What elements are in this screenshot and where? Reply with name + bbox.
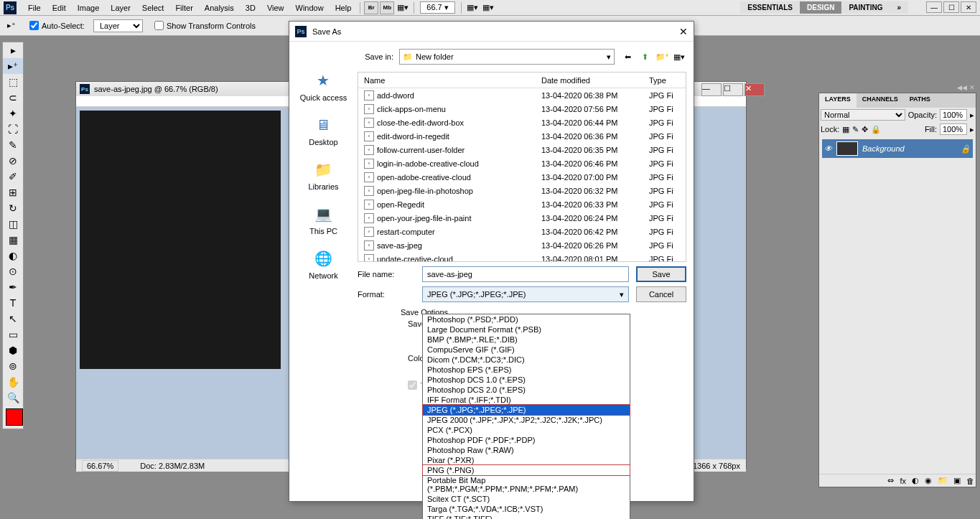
tab-paths[interactable]: PATHS	[904, 93, 936, 108]
dodge-tool[interactable]: ⊙	[3, 263, 23, 279]
opacity-value[interactable]: 100%	[940, 109, 967, 121]
nav-libraries[interactable]: 📁Libraries	[308, 159, 338, 191]
format-option[interactable]: Pixar (*.PXR)	[423, 455, 630, 465]
format-option[interactable]: Scitex CT (*.SCT)	[423, 494, 630, 504]
format-option[interactable]: Photoshop Raw (*.RAW)	[423, 445, 630, 455]
zoom-level[interactable]: 66.7 ▾	[420, 1, 454, 14]
shape-tool[interactable]: ▭	[3, 327, 23, 342]
nav-desktop[interactable]: 🖥Desktop	[309, 115, 337, 146]
workspace-more[interactable]: »	[890, 1, 908, 14]
menu-analysis[interactable]: Analysis	[199, 1, 240, 14]
format-option[interactable]: JPEG 2000 (*.JPF;*.JPX;*.JP2;*.J2C;*.J2K…	[423, 415, 630, 425]
visibility-icon[interactable]: 👁	[824, 144, 832, 153]
maximize-button[interactable]: ☐	[943, 1, 959, 13]
col-date[interactable]: Date modified	[541, 76, 649, 85]
tab-channels[interactable]: CHANNELS	[857, 93, 904, 108]
quick-select-tool[interactable]: ✦	[3, 106, 23, 121]
layer-background[interactable]: 👁 Background 🔒	[822, 139, 973, 158]
eyedropper-tool[interactable]: ✎	[3, 137, 23, 153]
doc-zoom[interactable]: 66.67%	[82, 460, 118, 472]
menu-select[interactable]: Select	[136, 1, 170, 14]
format-option[interactable]: Photoshop EPS (*.EPS)	[423, 365, 630, 375]
doc-minimize[interactable]: —	[701, 83, 722, 96]
marquee-tool[interactable]: ⬚	[3, 74, 23, 90]
lock-all-icon[interactable]: 🔒	[871, 125, 881, 134]
nav-quick-access[interactable]: ★Quick access	[300, 70, 347, 102]
expand-tool-icon[interactable]: ▸	[3, 42, 23, 58]
menu-3d[interactable]: 3D	[240, 1, 261, 14]
file-row[interactable]: ▫save-as-jpeg13-04-2020 06:26 PMJPG Fi	[358, 238, 686, 252]
filename-input[interactable]	[422, 266, 629, 282]
auto-select-dropdown[interactable]: Layer	[93, 19, 143, 32]
blur-tool[interactable]: ◐	[3, 248, 23, 263]
col-name[interactable]: Name	[358, 76, 541, 85]
file-row[interactable]: ▫open-your-jpeg-file-in-paint13-04-2020 …	[358, 211, 686, 225]
hand-tool[interactable]: ✋	[3, 374, 23, 390]
file-row[interactable]: ▫click-apps-on-menu13-04-2020 07:56 PMJP…	[358, 102, 686, 116]
menu-image[interactable]: Image	[72, 1, 106, 14]
crop-tool[interactable]: ⛶	[3, 121, 23, 137]
format-dropdown[interactable]: JPEG (*.JPG;*.JPEG;*.JPE)▾	[422, 286, 629, 302]
cancel-button[interactable]: Cancel	[636, 286, 686, 302]
menu-view[interactable]: View	[261, 1, 290, 14]
format-option[interactable]: Dicom (*.DCM;*.DC3;*.DIC)	[423, 355, 630, 365]
file-row[interactable]: ▫follow-current-user-folder13-04-2020 06…	[358, 143, 686, 156]
link-icon[interactable]: ⇔	[887, 476, 894, 485]
format-option[interactable]: Large Document Format (*.PSB)	[423, 324, 630, 335]
type-tool[interactable]: T	[3, 295, 23, 311]
arrange-icon[interactable]: ▦▾	[481, 1, 495, 14]
format-option[interactable]: Targa (*.TGA;*.VDA;*.ICB;*.VST)	[423, 504, 630, 514]
lock-pixels-icon[interactable]: ▦	[842, 125, 849, 134]
adjustment-icon[interactable]: ◉	[925, 476, 932, 485]
menu-help[interactable]: Help	[330, 1, 358, 14]
dialog-close-button[interactable]: ✕	[679, 26, 688, 37]
format-option[interactable]: TIFF (*.TIF;*.TIFF)	[423, 514, 630, 519]
format-option[interactable]: Portable Bit Map (*.PBM;*.PGM;*.PPM;*.PN…	[423, 475, 630, 494]
new-layer-icon[interactable]: ▣	[953, 476, 961, 485]
view-extras-icon[interactable]: ▦▾	[465, 1, 480, 14]
format-option[interactable]: Photoshop DCS 1.0 (*.EPS)	[423, 375, 630, 385]
workspace-essentials[interactable]: ESSENTIALS	[740, 1, 800, 14]
gradient-tool[interactable]: ▦	[3, 232, 23, 248]
3d-tool[interactable]: ⬢	[3, 342, 23, 358]
minimize-button[interactable]: —	[926, 1, 942, 13]
menu-file[interactable]: File	[22, 1, 47, 14]
back-button[interactable]: ⬅	[620, 50, 635, 64]
screen-mode-icon[interactable]: ▦▾	[396, 1, 410, 14]
up-button[interactable]: ⬆	[638, 50, 652, 64]
nav-this-pc[interactable]: 💻This PC	[309, 204, 337, 235]
menu-window[interactable]: Window	[290, 1, 330, 14]
format-option[interactable]: JPEG (*.JPG;*.JPEG;*.JPE)	[423, 405, 630, 415]
panel-collapse[interactable]: ◀◀ ✕	[818, 83, 976, 93]
savein-dropdown[interactable]: 📁 New folder ▾	[399, 49, 615, 65]
format-option[interactable]: PCX (*.PCX)	[423, 425, 630, 435]
opacity-arrow-icon[interactable]: ▸	[970, 111, 974, 120]
file-row[interactable]: ▫open-Regedit13-04-2020 06:33 PMJPG Fi	[358, 197, 686, 211]
file-row[interactable]: ▫login-in-adobe-creative-cloud13-04-2020…	[358, 156, 686, 170]
show-transform-checkbox[interactable]	[154, 21, 164, 30]
lasso-tool[interactable]: ⊂	[3, 90, 23, 106]
layer-thumbnail[interactable]	[836, 141, 858, 156]
tab-layers[interactable]: LAYERS	[819, 93, 857, 108]
zoom-tool[interactable]: 🔍	[3, 390, 23, 406]
close-button[interactable]: ✕	[961, 1, 976, 13]
file-row[interactable]: ▫edit-dword-in-regedit13-04-2020 06:36 P…	[358, 129, 686, 143]
file-row[interactable]: ▫open-adobe-creative-cloud13-04-2020 07:…	[358, 170, 686, 184]
blend-mode-dropdown[interactable]: Normal	[821, 109, 905, 121]
file-row[interactable]: ▫close-the-edit-dword-box13-04-2020 06:4…	[358, 116, 686, 129]
doc-maximize[interactable]: ☐	[723, 83, 743, 96]
pen-tool[interactable]: ✒	[3, 279, 23, 295]
file-row[interactable]: ▫update-creative-cloud13-04-2020 08:01 P…	[358, 252, 686, 262]
group-icon[interactable]: 📁	[938, 476, 948, 485]
history-brush-tool[interactable]: ↻	[3, 200, 23, 216]
format-option[interactable]: PNG (*.PNG)	[423, 465, 630, 475]
workspace-design[interactable]: DESIGN	[800, 1, 841, 14]
format-option[interactable]: BMP (*.BMP;*.RLE;*.DIB)	[423, 335, 630, 345]
format-dropdown-list[interactable]: Photoshop (*.PSD;*.PDD)Large Document Fo…	[422, 314, 630, 519]
3d-camera-tool[interactable]: ⊚	[3, 358, 23, 374]
format-option[interactable]: Photoshop PDF (*.PDF;*.PDP)	[423, 435, 630, 445]
new-folder-button[interactable]: 📁*	[655, 50, 669, 64]
healing-tool[interactable]: ⊘	[3, 153, 23, 169]
format-option[interactable]: IFF Format (*.IFF;*.TDI)	[423, 395, 630, 405]
fill-value[interactable]: 100%	[940, 123, 967, 135]
